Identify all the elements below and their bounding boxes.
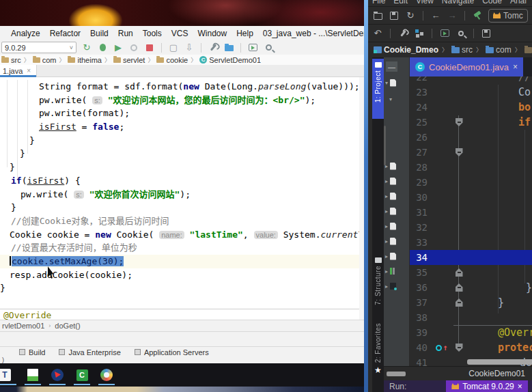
expand-arrow-icon[interactable]: ▸ xyxy=(385,223,388,229)
expand-arrow-icon[interactable]: ▸ xyxy=(385,238,388,244)
update-app-icon[interactable]: ⇩ xyxy=(184,42,195,53)
taskbar-icon-c-app[interactable]: C xyxy=(74,365,90,384)
save-icon[interactable] xyxy=(389,10,400,21)
search-icon[interactable] xyxy=(456,28,466,39)
breadcrumb-item-com[interactable]: com xyxy=(33,56,57,64)
tree-item[interactable]: ▸ xyxy=(385,250,396,262)
tree-item[interactable]: ▾ xyxy=(389,93,392,105)
run-tab-tomcat[interactable]: Tomcat 9.0.29 × xyxy=(446,380,527,392)
breadcrumb-item-cookie_dmeo[interactable]: Cookie_Dmeo xyxy=(374,45,438,55)
breadcrumb-item-cookie[interactable]: cookie xyxy=(156,56,188,64)
taskbar-icon-media-player[interactable] xyxy=(49,365,66,384)
tree-item[interactable]: ▸ xyxy=(385,265,395,277)
close-icon[interactable]: × xyxy=(518,382,522,391)
fold-marker-up[interactable] xyxy=(456,268,463,277)
run-window-icon[interactable] xyxy=(247,42,258,53)
breadcrumb-item-servletdemo01[interactable]: CServletDemo01 xyxy=(199,56,261,64)
taskbar-icon-green-doc[interactable] xyxy=(25,365,41,384)
breadcrumb-item-com[interactable]: com xyxy=(486,45,512,55)
tool-tab-favorites[interactable]: 2: Favorites ★ xyxy=(372,320,384,388)
tree-item[interactable]: ▸ xyxy=(385,190,396,202)
tool-tab-project[interactable]: 1: Project xyxy=(372,59,384,119)
wrench-icon[interactable] xyxy=(397,28,408,39)
expand-arrow-icon[interactable]: ▸ xyxy=(385,253,388,260)
build-hammer-icon[interactable] xyxy=(472,10,483,21)
tree-item[interactable]: ▸ xyxy=(385,235,396,247)
breadcrumb-item-src[interactable]: src xyxy=(1,56,21,64)
settings-save-icon[interactable] xyxy=(481,28,492,39)
breadcrumb-item-itheima[interactable]: itheima xyxy=(68,56,101,64)
tree-item[interactable]: ▸ xyxy=(385,280,396,292)
rerun-icon[interactable]: ↻ xyxy=(81,42,92,53)
panel-scrollbar-thumb[interactable] xyxy=(387,372,406,376)
expand-arrow-icon[interactable]: ▸ xyxy=(385,163,388,169)
fold-marker-down[interactable] xyxy=(456,344,463,352)
stop-icon[interactable] xyxy=(144,42,155,53)
horizontal-scrollbar[interactable] xyxy=(467,359,532,365)
menu-item-anal[interactable]: Anal xyxy=(510,0,527,5)
tab-cookiedemo01[interactable]: C CookieDemo01.java × xyxy=(410,57,523,76)
menu-item-help[interactable]: Help xyxy=(236,29,253,38)
tomcat-run-config-dropdown[interactable]: Tomc xyxy=(488,9,528,23)
project-structure-icon[interactable] xyxy=(414,28,425,39)
tool-tab-structure[interactable]: 7: Structure xyxy=(372,254,384,317)
fold-marker-down[interactable] xyxy=(456,118,463,126)
breadcrumb-item-servlet[interactable]: servlet xyxy=(113,56,145,64)
taskbar-icon-t-app[interactable]: T xyxy=(0,365,16,384)
profiler-icon[interactable] xyxy=(128,42,139,53)
menu-item-edit[interactable]: Edit xyxy=(393,0,408,5)
open-icon[interactable] xyxy=(372,10,383,21)
menu-item-file[interactable]: File xyxy=(372,0,385,5)
run-coverage-icon[interactable]: ▶ xyxy=(113,42,124,53)
breadcrumb-item-src[interactable]: src xyxy=(451,45,473,55)
wrench-icon[interactable] xyxy=(208,42,219,53)
tree-item[interactable]: ▸ xyxy=(385,175,396,187)
tab-servletdemo01[interactable]: 1.java × xyxy=(0,65,37,76)
navigate-up-icon[interactable]: ↑ xyxy=(443,344,447,352)
taskbar-icon-browser-swirl[interactable] xyxy=(98,365,115,384)
menu-item-vcs[interactable]: VCS xyxy=(171,29,188,38)
code-editor[interactable]: 22//23Co24bo25if2627282930313233343536}3… xyxy=(410,76,532,366)
forward-icon[interactable]: → xyxy=(447,10,458,21)
expand-arrow-icon[interactable]: ▸ xyxy=(385,283,388,290)
menu-item-refactor[interactable]: Refactor xyxy=(50,29,81,38)
menu-item-view[interactable]: View xyxy=(416,0,434,5)
tree-item[interactable]: ▸ xyxy=(385,220,396,232)
menu-item-run[interactable]: Run xyxy=(118,29,133,38)
override-marker-icon[interactable] xyxy=(436,345,442,351)
menu-item-tools[interactable]: Tools xyxy=(143,29,162,38)
breadcrumb-class[interactable]: rvletDemo01 xyxy=(2,322,44,330)
expand-arrow-icon[interactable]: ▸ xyxy=(385,268,388,275)
tree-item[interactable]: ▸ xyxy=(385,160,396,172)
menu-item-navigate[interactable]: Navigate xyxy=(442,0,474,5)
fold-marker-up[interactable] xyxy=(456,283,463,292)
menu-item-window[interactable]: Window xyxy=(197,29,227,38)
search-icon[interactable] xyxy=(263,42,274,53)
minimize-button[interactable]: — xyxy=(386,61,397,72)
close-icon[interactable]: × xyxy=(27,67,31,74)
project-folder-icon[interactable] xyxy=(223,42,234,53)
expand-arrow-icon[interactable]: ▸ xyxy=(385,193,388,199)
close-icon[interactable]: × xyxy=(513,62,518,72)
tree-item[interactable]: ▾ xyxy=(385,76,396,89)
undo-icon[interactable]: ↶ xyxy=(372,28,383,39)
run-window-icon[interactable] xyxy=(439,28,450,39)
toolwindow-button-application-servers[interactable]: Application Servers xyxy=(135,348,209,356)
tree-item[interactable]: ▸ xyxy=(385,205,396,217)
menu-item-analyze[interactable]: Analyze xyxy=(11,29,40,38)
fold-marker-down[interactable] xyxy=(456,148,463,156)
sync-icon[interactable]: ↻ xyxy=(405,10,416,21)
menu-item-build[interactable]: Build xyxy=(90,29,109,38)
toolwindow-button-java-enterprise[interactable]: Java Enterprise xyxy=(59,348,120,356)
menu-item-code[interactable]: Code xyxy=(482,0,502,5)
expand-arrow-icon[interactable]: ▸ xyxy=(385,178,388,184)
editor-scrollbar[interactable] xyxy=(359,77,364,320)
toolwindow-button-build[interactable]: Build xyxy=(19,348,45,356)
fold-marker-up[interactable] xyxy=(456,298,463,307)
back-icon[interactable]: ← xyxy=(430,10,441,21)
debug-icon[interactable] xyxy=(97,42,108,53)
run-config-dropdown[interactable]: 9.0.29˅ xyxy=(1,42,76,53)
code-editor[interactable]: String format = sdf.format(new Date(Long… xyxy=(0,77,364,320)
build-artifact-icon[interactable]: ▢ xyxy=(168,42,179,53)
expand-arrow-icon[interactable]: ▸ xyxy=(385,208,388,214)
